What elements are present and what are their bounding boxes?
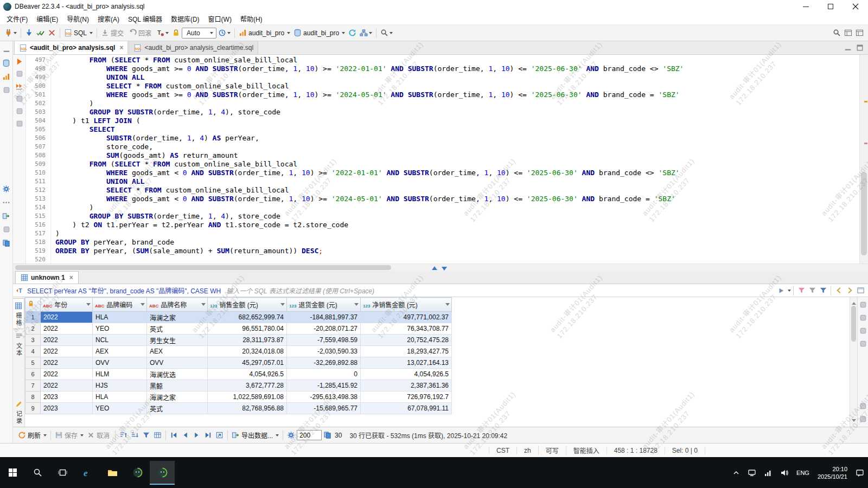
cell[interactable]: 2022 [41,357,93,369]
column-filter-caret-icon[interactable] [86,303,91,308]
next-row-icon[interactable] [191,429,202,442]
menu-database[interactable]: 数据库(D) [167,13,204,24]
cell[interactable]: 18,293,427.75 [361,346,452,357]
menu-navigate[interactable]: 导航(N) [62,13,93,24]
row-number[interactable]: 9 [25,403,41,414]
volume-icon[interactable] [776,461,793,485]
code-line[interactable]: WHERE goods_amt < 0 AND SUBSTR(order_tim… [55,169,859,177]
db-navigator-icon[interactable] [2,58,11,68]
cell[interactable]: 28,311,973.87 [208,335,287,346]
code-area[interactable]: FROM (SELECT * FROM custom_online_sale_b… [51,55,859,264]
value-panel-icon[interactable] [858,300,868,310]
close-button[interactable] [843,0,868,13]
metadata-panel-icon[interactable] [858,326,868,336]
cell[interactable]: OVV [93,357,147,369]
row-number[interactable]: 1 [25,312,41,323]
code-line[interactable]: SUM(goods_amt) AS return_amount [55,151,859,160]
refresh-connection-button[interactable] [347,27,358,40]
active-schema-button[interactable]: audit_bi_pro [292,27,347,40]
menu-search[interactable]: 搜索(A) [93,13,124,24]
dbeaver-taskbar-icon[interactable] [125,461,150,485]
code-line[interactable] [55,255,859,264]
cancel-button[interactable]: 取消 [85,429,113,442]
cell[interactable]: 男生女生 [147,335,208,346]
results-tab[interactable]: unknown 1 × [15,271,79,284]
apply-filter-icon[interactable] [776,285,787,296]
cell[interactable]: 2022 [41,346,93,357]
cell[interactable]: HJS [93,380,147,391]
cell[interactable]: 67,078,991.11 [361,403,452,414]
new-connection-button[interactable] [3,27,18,40]
cell[interactable]: -184,881,997.37 [287,312,361,323]
refresh-button[interactable]: 刷新 [16,429,48,442]
code-line[interactable]: GROUP BY SUBSTR(order_time, 1, 4), store… [55,108,859,117]
filter-input-placeholder[interactable]: 输入一个 SQL 表达式来过滤结果 (使用 Ctrl+Space) [226,286,776,295]
code-line[interactable]: GROUP BY perYear, brand_code [55,238,859,247]
code-line[interactable]: WHERE goods_amt >= 0 AND SUBSTR(order_ti… [55,91,859,99]
cell[interactable]: 4,054,926.5 [361,369,452,380]
cell[interactable]: -32,269,892.88 [287,357,361,369]
export-data-icon[interactable] [2,211,11,221]
panel-toggle-icon[interactable] [855,285,866,296]
dropdown-caret-icon[interactable] [788,290,791,293]
save-filter-icon[interactable] [807,285,818,296]
column-filter-caret-icon[interactable] [141,303,145,308]
tray-monitor-icon[interactable] [744,461,760,485]
minimize-button[interactable] [793,0,818,13]
column-filter-caret-icon[interactable] [280,303,285,308]
editor-vertical-scrollbar[interactable] [859,55,868,264]
goto-row-icon[interactable] [214,429,225,442]
input-language[interactable]: ENG [793,461,813,485]
transaction-mode-button[interactable]: T [155,27,170,40]
row-header-corner[interactable] [25,298,41,312]
bookmarks-icon[interactable] [2,85,11,95]
cell[interactable]: 96,551,780.04 [208,323,287,335]
cell[interactable]: 英式 [147,323,208,335]
execute-script-icon[interactable] [15,81,24,91]
scroll-up-icon[interactable] [852,300,856,305]
code-line[interactable]: SELECT * FROM custom_online_sale_bill_lo… [55,82,859,91]
start-button[interactable] [0,461,25,485]
cell[interactable]: -2,030,590.33 [287,346,361,357]
edge-icon[interactable]: e [75,461,100,485]
grid-presentation-tab[interactable]: 栅格 [13,298,24,329]
cell[interactable]: 2022 [41,369,93,380]
explain-plan-icon[interactable] [15,94,24,104]
menu-sql-editor[interactable]: SQL 编辑器 [124,13,167,24]
cell[interactable]: 76,343,708.77 [361,323,452,335]
sort-ascending-icon[interactable] [118,429,129,442]
row-number[interactable]: 5 [25,357,41,369]
scroll-down-icon[interactable] [852,419,856,424]
new-doc-icon[interactable] [2,224,11,234]
cell[interactable]: 1,022,589,691.08 [208,391,287,403]
cell[interactable]: -15,689,965.77 [287,403,361,414]
scrollbar-thumb[interactable] [851,306,856,342]
column-filter-caret-icon[interactable] [201,303,206,308]
cell[interactable]: AEX [93,346,147,357]
more-views-icon[interactable] [2,197,11,207]
cell[interactable]: 726,976,192.7 [361,391,452,403]
grouping-panel-icon[interactable] [858,313,868,323]
cell[interactable]: 4,054,926.5 [208,369,287,380]
maximize-view-icon[interactable] [855,43,865,53]
cell[interactable]: 2023 [41,391,93,403]
connection-lock-button[interactable] [170,27,182,40]
cell[interactable]: -1,285,415.92 [287,380,361,391]
editor-horizontal-scrollbar[interactable] [13,264,868,271]
clock[interactable]: 20:10 2025/10/21 [813,465,852,480]
column-header-4[interactable]: 123销售金额 (元) [208,298,287,312]
network-profile-button[interactable] [358,27,374,40]
cell[interactable]: 2022 [41,380,93,391]
cell[interactable]: 2023 [41,403,93,414]
cell[interactable]: 2022 [41,312,93,323]
filter-query-text[interactable]: SELECT perYear AS "年份", brand_code AS "品… [27,286,221,295]
row-number[interactable]: 6 [25,369,41,380]
cell[interactable]: HLM [93,369,147,380]
toggle-panel-icon[interactable] [2,44,11,54]
execute-new-tab-icon[interactable] [15,69,24,79]
open-perspective-button[interactable] [843,27,854,40]
search-data-button[interactable] [379,27,394,40]
code-line[interactable]: WHERE goods_amt < 0 AND SUBSTR(order_tim… [55,195,859,203]
action-center-icon[interactable] [852,461,868,485]
cell[interactable]: 0 [287,369,361,380]
